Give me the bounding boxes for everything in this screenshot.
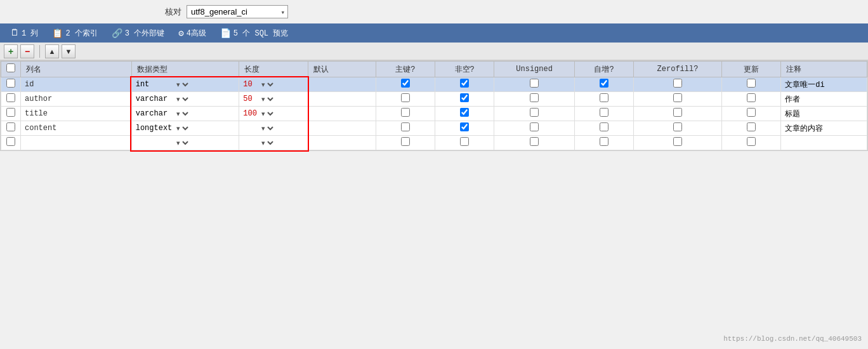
row-type-cell-2[interactable]: varchar ▾	[131, 107, 239, 121]
row-notnull-checkbox-3[interactable]	[460, 122, 469, 131]
row-length-dropdown-1[interactable]: ▾	[259, 95, 275, 103]
row-name-input-3[interactable]	[25, 124, 82, 133]
move-up-button[interactable]: ▲	[45, 44, 59, 58]
row-default-input-4[interactable]	[312, 138, 344, 147]
row-default-input-1[interactable]	[312, 95, 344, 103]
row-pk-checkbox-3[interactable]	[401, 122, 410, 131]
row-comment-cell-2: 标题	[781, 107, 867, 121]
row-name-cell-1[interactable]	[21, 92, 132, 107]
tab-sql-preview[interactable]: 📄 5 个 SQL 预览	[214, 25, 294, 41]
row-notnull-checkbox-0[interactable]	[460, 79, 469, 88]
row-default-input-0[interactable]	[312, 80, 344, 89]
row-checkbox-0[interactable]	[6, 79, 15, 88]
row-autoinc-checkbox-4[interactable]	[600, 137, 608, 146]
row-type-cell-3[interactable]: longtext ▾	[131, 121, 239, 136]
row-length-dropdown-0[interactable]: ▾	[259, 80, 275, 89]
row-default-cell-0[interactable]	[308, 77, 376, 92]
row-checkbox-4[interactable]	[6, 137, 15, 146]
tab-foreign-keys[interactable]: 🔗 3 个外部键	[105, 25, 171, 41]
row-name-input-4[interactable]	[25, 138, 82, 147]
row-update-checkbox-4[interactable]	[747, 137, 756, 146]
row-zerofill-checkbox-1[interactable]	[673, 93, 682, 102]
row-zerofill-checkbox-3[interactable]	[673, 122, 682, 131]
row-notnull-checkbox-1[interactable]	[460, 93, 469, 102]
row-unsigned-checkbox-4[interactable]	[530, 137, 539, 146]
row-type-dropdown-4[interactable]: ▾	[174, 138, 190, 147]
row-length-cell-4[interactable]: ▾	[239, 136, 308, 150]
row-name-cell-3[interactable]	[21, 121, 132, 136]
row-length-dropdown-3[interactable]: ▾	[259, 124, 275, 133]
row-default-cell-4[interactable]	[308, 136, 376, 150]
row-update-cell-1	[721, 92, 780, 107]
row-update-checkbox-2[interactable]	[747, 108, 756, 117]
row-default-cell-1[interactable]	[308, 92, 376, 107]
row-autoinc-checkbox-2[interactable]	[600, 108, 608, 117]
row-comment-text-2: 标题	[785, 110, 800, 119]
row-update-checkbox-3[interactable]	[747, 122, 756, 131]
row-type-dropdown-0[interactable]: ▾	[174, 80, 190, 89]
row-type-dropdown-2[interactable]: ▾	[174, 109, 190, 118]
row-name-cell-0[interactable]	[21, 77, 132, 92]
select-all-checkbox[interactable]	[6, 63, 15, 72]
row-length-cell-3[interactable]: ▾	[239, 121, 308, 136]
row-name-input-1[interactable]	[25, 95, 82, 103]
row-zerofill-checkbox-2[interactable]	[673, 108, 682, 117]
row-type-dropdown-3[interactable]: ▾	[174, 124, 190, 133]
advanced-icon: ⚙	[178, 28, 183, 39]
tab-columns-label: 1 列	[22, 28, 38, 39]
row-unsigned-cell-1	[494, 92, 575, 107]
row-length-dropdown-2[interactable]: ▾	[259, 109, 275, 118]
row-notnull-checkbox-4[interactable]	[460, 137, 469, 146]
row-autoinc-checkbox-3[interactable]	[600, 122, 608, 131]
row-length-cell-1[interactable]: 50 ▾	[239, 92, 308, 107]
row-checkbox-cell	[1, 136, 21, 150]
row-pk-checkbox-1[interactable]	[401, 93, 410, 102]
row-type-cell-0[interactable]: int ▾	[131, 77, 239, 92]
row-update-checkbox-0[interactable]	[747, 79, 756, 88]
table-row: longtext ▾ ▾	[1, 121, 867, 136]
row-name-input-2[interactable]	[25, 109, 82, 118]
row-default-cell-2[interactable]	[308, 107, 376, 121]
add-row-button[interactable]: +	[4, 44, 18, 58]
row-type-cell-1[interactable]: varchar ▾	[131, 92, 239, 107]
collation-select[interactable]: utf8_general_ci	[187, 5, 288, 18]
row-type-cell-4[interactable]: ▾	[131, 136, 239, 150]
collation-select-wrapper[interactable]: utf8_general_ci	[187, 5, 288, 18]
row-update-checkbox-1[interactable]	[747, 93, 756, 102]
row-length-dropdown-4[interactable]: ▾	[259, 138, 275, 147]
row-unsigned-checkbox-1[interactable]	[530, 93, 539, 102]
row-comment-cell-1: 作者	[781, 92, 867, 107]
row-checkbox-3[interactable]	[6, 122, 15, 131]
row-default-input-3[interactable]	[312, 124, 344, 133]
row-default-input-2[interactable]	[312, 109, 344, 118]
row-default-cell-3[interactable]	[308, 121, 376, 136]
row-name-cell-4[interactable]	[21, 136, 132, 150]
row-unsigned-checkbox-0[interactable]	[530, 79, 539, 88]
row-comment-text-3: 文章的内容	[785, 124, 823, 133]
row-autoinc-checkbox-1[interactable]	[600, 93, 608, 102]
row-notnull-checkbox-2[interactable]	[460, 108, 469, 117]
row-name-cell-2[interactable]	[21, 107, 132, 121]
row-zerofill-checkbox-4[interactable]	[673, 137, 682, 146]
row-length-cell-2[interactable]: 100 ▾	[239, 107, 308, 121]
row-unsigned-checkbox-2[interactable]	[530, 108, 539, 117]
row-checkbox-1[interactable]	[6, 93, 15, 102]
row-length-cell-0[interactable]: 10 ▾	[239, 77, 308, 92]
move-down-button[interactable]: ▼	[62, 44, 76, 58]
tab-advanced[interactable]: ⚙ 4高级	[172, 25, 213, 41]
remove-row-button[interactable]: −	[20, 44, 34, 58]
tab-indexes[interactable]: 📋 2 个索引	[46, 25, 103, 41]
row-name-input-0[interactable]	[25, 80, 82, 89]
row-notnull-cell-1	[435, 92, 494, 107]
row-checkbox-2[interactable]	[6, 108, 15, 117]
header-col-length: 长度	[239, 62, 308, 77]
row-autoinc-checkbox-0[interactable]	[600, 79, 608, 88]
row-unsigned-checkbox-3[interactable]	[530, 122, 539, 131]
row-type-dropdown-1[interactable]: ▾	[174, 95, 190, 103]
row-pk-checkbox-2[interactable]	[401, 108, 410, 117]
row-pk-checkbox-4[interactable]	[401, 137, 410, 146]
tab-columns[interactable]: 🗒 1 列	[4, 25, 44, 41]
row-pk-checkbox-0[interactable]	[401, 79, 410, 88]
header-col-name: 列名	[21, 62, 132, 77]
row-zerofill-checkbox-0[interactable]	[673, 79, 682, 88]
